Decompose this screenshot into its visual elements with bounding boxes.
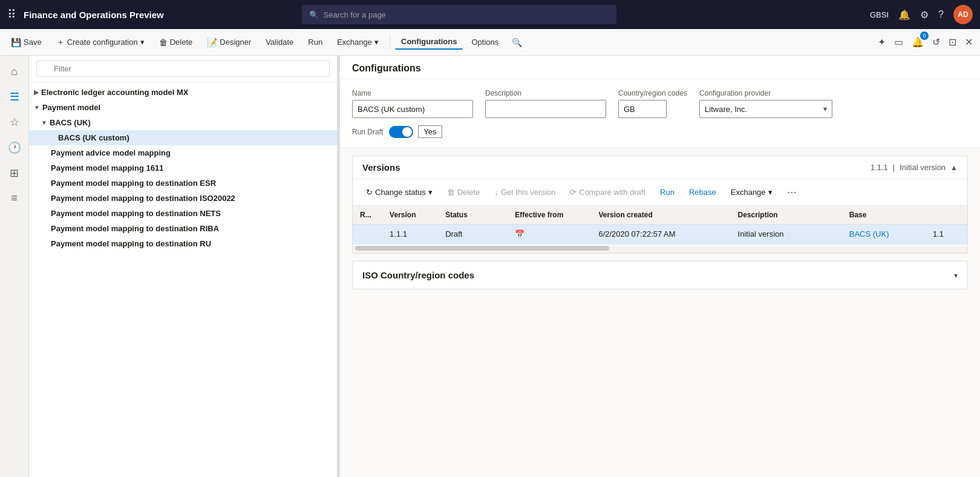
dashboard-icon[interactable]: ⊞ [5,162,24,185]
tree-item-pmmiso[interactable]: Payment model mapping to destination ISO… [29,191,337,206]
close-icon[interactable]: ✕ [962,34,975,50]
toggle-knob [402,127,412,137]
form-row-1: Name Description Country/region codes Co… [352,89,968,118]
tree-item-bacs-uk[interactable]: ▼ BACS (UK) [29,115,337,130]
h-scroll-thumb[interactable] [355,246,609,251]
tree-item-pmmesr[interactable]: Payment model mapping to destination ESR [29,176,337,191]
col-header-desc: Description [731,206,842,225]
chevron-down-icon: ▾ [428,188,433,197]
tree-label-pmmnets: Payment model mapping to destination NET… [51,209,221,218]
options-tab[interactable]: Options [465,35,505,49]
search-placeholder: Search for a page [324,10,386,19]
star-icon[interactable]: ☆ [5,111,24,134]
user-code: GBSI [870,10,889,19]
save-button[interactable]: 💾 Save [5,35,48,50]
change-status-button[interactable]: ↻ Change status ▾ [360,185,439,199]
calendar-icon[interactable]: 📅 [515,229,524,238]
run-button[interactable]: Run [302,35,328,49]
description-input[interactable] [485,100,606,118]
toolbar-right-icons: ✦ ▭ 🔔 0 ↺ ⊡ ✕ [875,34,975,50]
tree-label-bacs-uk: BACS (UK) [50,118,91,127]
list-icon[interactable]: ☰ [5,85,24,108]
tree-item-pmmriba[interactable]: Payment model mapping to destination RIB… [29,221,337,236]
name-input[interactable] [352,100,473,118]
country-input[interactable] [618,100,667,118]
avatar[interactable]: AD [953,5,973,24]
cell-version: 1.1.1 [382,225,438,244]
provider-select[interactable]: Litware, Inc. ▾ [699,100,832,118]
run-draft-row: Run Draft Yes [352,125,968,138]
create-icon: ＋ [56,37,65,48]
iso-header[interactable]: ISO Country/region codes ▾ [353,262,967,289]
tree-item-pamm[interactable]: Payment advice model mapping [29,145,337,160]
sparkle-icon[interactable]: ✦ [875,34,888,50]
get-this-version-button: ↓ Get this version [488,185,561,199]
cell-r [353,225,382,244]
delete-icon: 🗑 [159,38,168,47]
compare-draft-button: ⟳ Compare with draft [564,185,652,199]
panel-icon[interactable]: ▭ [892,34,906,50]
sidebar-icons: ⌂ ☰ ☆ 🕐 ⊞ ≡ [0,56,29,477]
versions-run-button[interactable]: Run [654,185,681,199]
run-draft-toggle[interactable] [389,126,413,138]
form-section: Name Description Country/region codes Co… [340,79,980,148]
cell-status: Draft [438,225,508,244]
expand-arrow-bacs: ▼ [41,119,47,126]
tree-item-pmmru[interactable]: Payment model mapping to destination RU [29,236,337,251]
tree-item-elam[interactable]: ▶ Electronic ledger accounting model MX [29,85,337,100]
iso-title: ISO Country/region codes [362,270,474,280]
versions-collapse-icon[interactable]: ▲ [950,163,958,172]
tree-item-pm[interactable]: ▼ Payment model [29,100,337,115]
country-field: Country/region codes [618,89,687,118]
filter-search-icon[interactable]: 🔍 [512,38,522,47]
h-scroll-bar[interactable] [353,246,967,253]
create-config-button[interactable]: ＋ Create configuration ▾ [50,35,151,50]
settings-icon[interactable]: ⚙ [920,9,929,21]
toolbar-divider [390,35,390,50]
chevron-down-icon: ▾ [823,105,827,113]
notification-icon[interactable]: 🔔 [898,9,910,21]
table-row[interactable]: 1.1.1 Draft 📅 6/2/2020 07:22:57 AM Initi… [353,225,967,244]
compare-icon: ⟳ [570,188,577,197]
expand-icon[interactable]: ⊡ [946,34,959,50]
rebase-button[interactable]: Rebase [683,185,722,199]
tree-item-bacs-custom[interactable]: ▶ BACS (UK custom) [29,130,337,145]
tree-label-bacs-custom: BACS (UK custom) [58,133,129,142]
exchange-button[interactable]: Exchange ▾ [331,35,385,49]
validate-button[interactable]: Validate [260,35,299,49]
filter-input[interactable] [36,61,330,77]
delete-button[interactable]: 🗑 Delete [153,35,199,50]
tree-item-pmm1611[interactable]: Payment model mapping 1611 [29,160,337,176]
more-options-button[interactable]: ⋯ [781,184,803,200]
notification-badge[interactable]: 🔔 0 [909,34,926,50]
app-title: Finance and Operations Preview [24,10,164,20]
description-label: Description [485,89,606,97]
refresh-icon[interactable]: ↺ [930,34,942,50]
versions-table: R... Version Status Effective from Versi… [353,206,967,244]
base-link[interactable]: BACS (UK) [849,229,889,238]
help-icon[interactable]: ? [938,9,944,20]
designer-button[interactable]: 📝 Designer [201,35,257,50]
home-icon[interactable]: ⌂ [6,61,22,83]
tree-item-pmmnets[interactable]: Payment model mapping to destination NET… [29,206,337,221]
configurations-tab[interactable]: Configurations [395,35,463,50]
country-label: Country/region codes [618,89,687,97]
top-nav-right: GBSI 🔔 ⚙ ? AD [870,5,973,24]
tree-label-pamm: Payment advice model mapping [51,148,171,157]
versions-section: Versions 1.1.1 | Initial version ▲ ↻ Cha… [352,156,968,254]
versions-info: 1.1.1 | Initial version ▲ [871,163,958,172]
menu-icon[interactable]: ≡ [6,187,22,209]
col-header-status: Status [438,206,508,225]
recent-icon[interactable]: 🕐 [3,136,26,159]
col-header-basever [926,206,967,225]
chevron-down-icon: ▾ [768,188,773,197]
search-bar[interactable]: 🔍 Search for a page [302,5,616,24]
col-header-base: Base [842,206,926,225]
iso-chevron-icon[interactable]: ▾ [954,271,958,280]
versions-exchange-button[interactable]: Exchange ▾ [725,185,779,199]
top-navbar: ⠿ Finance and Operations Preview 🔍 Searc… [0,0,980,29]
col-header-r: R... [353,206,382,225]
waffle-icon[interactable]: ⠿ [7,7,16,22]
version-separator: | [893,163,895,172]
versions-toolbar: ↻ Change status ▾ 🗑 Delete ↓ Get this ve… [353,179,967,206]
